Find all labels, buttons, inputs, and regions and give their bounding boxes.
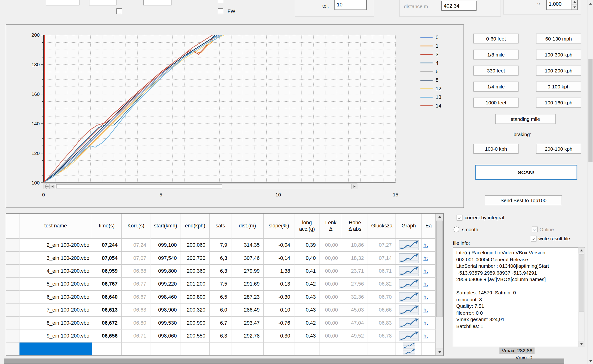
file-info-box[interactable]: Lite(c) Racelogic LtdVideo VBox Version … bbox=[453, 247, 585, 347]
table-scroll-down-button[interactable] bbox=[436, 349, 443, 355]
cell-start[interactable]: 098,060 bbox=[150, 329, 181, 342]
cell-start[interactable]: 099,100 bbox=[150, 239, 181, 252]
table-row[interactable]: 7_ein 100-200.vbo06,61306,63098,900200,3… bbox=[6, 304, 436, 317]
row-header-cell[interactable] bbox=[6, 329, 20, 342]
cell-hohe[interactable]: 10,86 bbox=[342, 239, 368, 252]
file-info-scrollbar-thumb[interactable] bbox=[579, 254, 584, 312]
factor-spinner-value[interactable]: 1.000 bbox=[547, 0, 571, 10]
cell-gluck[interactable]: 06,66 bbox=[368, 304, 396, 317]
column-header-slope[interactable]: slope(%) bbox=[264, 214, 294, 239]
http-link[interactable]: ht bbox=[423, 281, 428, 287]
cell-end[interactable]: 200,800 bbox=[181, 291, 210, 303]
button-1-4-mile[interactable]: 1/4 mile bbox=[473, 82, 519, 91]
cell-sats[interactable]: 6,3 bbox=[210, 329, 231, 342]
link-cell[interactable]: ht bbox=[422, 265, 436, 278]
empty-cell[interactable] bbox=[122, 343, 150, 355]
cell-start[interactable]: 097,540 bbox=[150, 252, 181, 265]
empty-cell[interactable] bbox=[264, 343, 294, 355]
cell-lenk[interactable]: 00,00 bbox=[320, 252, 342, 265]
window-scroll-down-button[interactable] bbox=[588, 358, 593, 363]
column-header-hohe[interactable]: Höhe Δ abs bbox=[342, 214, 368, 239]
cell-lenk[interactable]: 00,00 bbox=[320, 317, 342, 329]
button-100-200-kph[interactable]: 100-200 kph bbox=[536, 65, 581, 76]
cell-acc[interactable]: 0,43 bbox=[294, 291, 320, 303]
column-header-end[interactable]: end(kph) bbox=[181, 214, 210, 239]
cell-end[interactable]: 200,060 bbox=[181, 239, 210, 252]
graph-cell[interactable] bbox=[396, 329, 422, 342]
table-scrollbar-thumb[interactable] bbox=[436, 221, 443, 317]
button-100-0-kph[interactable]: 100-0 kph bbox=[473, 144, 519, 154]
link-cell[interactable]: ht bbox=[422, 278, 436, 291]
http-link[interactable]: ht bbox=[423, 242, 428, 248]
window-vscrollbar-thumb[interactable] bbox=[588, 59, 593, 162]
cell-name[interactable]: 7_ein 100-200.vbo bbox=[20, 304, 92, 317]
row-header-cell[interactable] bbox=[6, 265, 20, 278]
window-horizontal-scrollbar[interactable] bbox=[3, 358, 588, 364]
cell-dist[interactable]: 286,49 bbox=[232, 304, 264, 317]
cell-end[interactable]: 200,320 bbox=[181, 304, 210, 317]
cell-acc[interactable]: 0,39 bbox=[294, 239, 320, 252]
cell-lenk[interactable]: 00,00 bbox=[320, 265, 342, 278]
chart-scroll-left-button[interactable] bbox=[50, 184, 55, 189]
cell-sats[interactable]: 7,5 bbox=[210, 278, 231, 291]
cell-dist[interactable]: 293,47 bbox=[232, 317, 264, 329]
file-info-scrollbar[interactable] bbox=[578, 247, 584, 347]
cell-sats[interactable]: 6,5 bbox=[210, 291, 231, 303]
cell-korr[interactable]: 07,07 bbox=[122, 252, 150, 265]
cell-start[interactable]: 099,800 bbox=[150, 265, 181, 278]
button-1-8-mile[interactable]: 1/8 mile bbox=[473, 50, 519, 60]
cell-dist[interactable]: 279,99 bbox=[232, 265, 264, 278]
column-header-gluck[interactable]: Glücksza bbox=[368, 214, 396, 239]
graph-cell[interactable] bbox=[396, 239, 422, 252]
cell-sats[interactable]: 6,0 bbox=[210, 304, 231, 317]
cell-time[interactable]: 06,767 bbox=[92, 278, 122, 291]
cell-slope[interactable]: -0,30 bbox=[264, 329, 294, 342]
empty-cell[interactable] bbox=[320, 343, 342, 355]
chart-scroll-right-button[interactable] bbox=[351, 184, 357, 189]
empty-cell[interactable] bbox=[92, 343, 122, 355]
column-header-korr[interactable]: Korr.(s) bbox=[122, 214, 150, 239]
table-scrollbar[interactable] bbox=[436, 214, 443, 355]
cell-lenk[interactable]: 00,00 bbox=[320, 329, 342, 342]
empty-cell[interactable] bbox=[210, 343, 231, 355]
empty-cell[interactable] bbox=[150, 343, 181, 355]
cell-time[interactable]: 06,656 bbox=[92, 329, 122, 342]
cell-slope[interactable]: -0,04 bbox=[264, 239, 294, 252]
file-info-scroll-up-button[interactable] bbox=[579, 247, 585, 253]
cell-end[interactable]: 200,990 bbox=[181, 317, 210, 329]
cell-korr[interactable]: 06,71 bbox=[122, 329, 150, 342]
http-link[interactable]: ht bbox=[423, 294, 428, 300]
graph-cell[interactable] bbox=[396, 304, 422, 317]
cell-korr[interactable]: 06,77 bbox=[122, 278, 150, 291]
cell-time[interactable]: 07,244 bbox=[92, 239, 122, 252]
window-hscrollbar-thumb[interactable] bbox=[4, 358, 564, 364]
cell-hohe[interactable]: 49,52 bbox=[342, 329, 368, 342]
cell-time[interactable]: 07,054 bbox=[92, 252, 122, 265]
cell-dist[interactable]: 287,23 bbox=[232, 291, 264, 303]
cell-acc[interactable]: 0,40 bbox=[294, 252, 320, 265]
table-row[interactable]: 6_ein 100-200.vbo06,64006,67098,460200,8… bbox=[6, 291, 436, 303]
table-row[interactable]: 3_ein 100-200.vbo07,05407,07097,540200,7… bbox=[6, 252, 436, 265]
table-scroll-up-button[interactable] bbox=[436, 214, 443, 221]
link-cell[interactable]: ht bbox=[422, 252, 436, 265]
cell-hohe[interactable]: 32,36 bbox=[342, 291, 368, 303]
cell-slope[interactable]: 1,38 bbox=[264, 265, 294, 278]
cell-slope[interactable]: -0,76 bbox=[264, 317, 294, 329]
cell-sats[interactable]: 6,7 bbox=[210, 317, 231, 329]
cell-korr[interactable]: 06,63 bbox=[122, 304, 150, 317]
http-link[interactable]: ht bbox=[423, 320, 428, 326]
cell-hohe[interactable]: 18,32 bbox=[342, 252, 368, 265]
cell-sats[interactable]: 6,3 bbox=[210, 252, 231, 265]
cell-acc[interactable]: 0,42 bbox=[294, 317, 320, 329]
empty-cell[interactable] bbox=[368, 343, 396, 355]
table-row[interactable]: 4_ein 100-200.vbo06,95906,68099,800200,3… bbox=[6, 265, 436, 278]
http-link[interactable]: ht bbox=[423, 255, 428, 261]
column-header-acc[interactable]: long acc.(g) bbox=[294, 214, 320, 239]
table-row[interactable]: 5_ein 100-200.vbo06,76706,77099,220201,2… bbox=[6, 278, 436, 291]
cell-hohe[interactable]: 47,04 bbox=[342, 317, 368, 329]
column-header-name[interactable]: test name bbox=[20, 214, 92, 239]
cut-input-2[interactable] bbox=[89, 0, 116, 5]
cell-dist[interactable]: 292,78 bbox=[232, 329, 264, 342]
correct-by-integral-checkbox[interactable] bbox=[457, 215, 462, 221]
cell-dist[interactable]: 314,35 bbox=[232, 239, 264, 252]
